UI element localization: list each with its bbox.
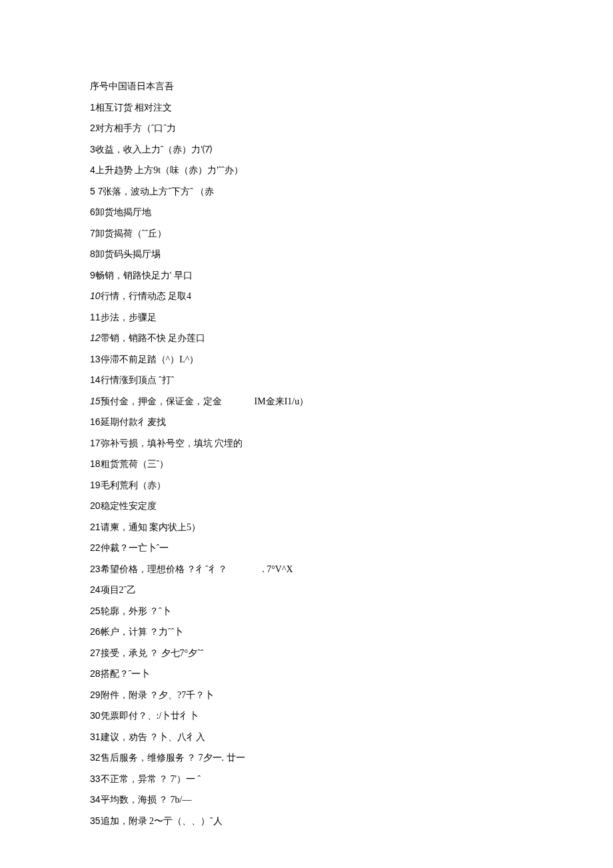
entry-text: 希望价格，理想价格 ？彳ˆ彳？ . 7°V^X (101, 564, 293, 574)
entry-line: 8卸货码头揭厅埸 (90, 244, 490, 265)
line-list: 1相互订货 相对注文2对方相手方（ˆ口ˆ力3收益，收入上力ˆ（赤）力'⑺4上升趋… (90, 97, 490, 832)
entry-text: 粗货荒荷（三ˆ） (101, 459, 169, 469)
entry-line: 1相互订货 相对注文 (90, 97, 490, 119)
entry-text: 行情，行情动态 足取4 (101, 291, 192, 301)
entry-line: 32售后服务，维修服务 ？ 7夕一. 廿一 (90, 747, 490, 769)
entry-text: 畅销，销路快足力' 早口 (95, 270, 193, 280)
entry-number: 23 (90, 564, 101, 574)
header-line: 序号中国语日本言吾 (90, 77, 490, 97)
entry-line: 3收益，收入上力ˆ（赤）力'⑺ (90, 139, 490, 161)
entry-text: 建议，劝告 ？卜、八彳入 (101, 732, 206, 742)
entry-line: 15预付金，押金，保证金，定金 IM金来I1/u） (90, 391, 490, 412)
entry-line: 24项目2ˆ乙 (90, 580, 490, 601)
entry-line: 21请柬，通知 案内状上5） (90, 517, 490, 538)
entry-number: 1 (90, 102, 95, 113)
entry-number: 19 (90, 480, 101, 490)
entry-text: 卸货揭荷（ˆˆ丘） (95, 228, 167, 238)
entry-number: 2 (90, 123, 95, 133)
entry-text: 凭票即付？、:/卜廿彳卜 (101, 711, 199, 721)
entry-text: 接受，承兑 ？ 夕七7°夕ˆˆ (101, 648, 204, 658)
entry-text: 行情涨到顶点 ˆ打ˆ (101, 375, 175, 385)
entry-text: 稳定性安定度 (101, 501, 157, 511)
entry-number: 28 (90, 668, 101, 679)
entry-line: 22仲裁？一亡卜ˆ一 (90, 538, 490, 559)
entry-text: 对方相手方（ˆ口ˆ力 (95, 123, 176, 133)
entry-text: 相互订货 相对注文 (95, 103, 173, 113)
entry-number: 25 (90, 606, 101, 616)
entry-number: 18 (90, 458, 101, 469)
entry-number: 33 (90, 773, 101, 784)
entry-text: 追加，附录 2〜亍（、、）ˆ人 (101, 816, 223, 826)
entry-number: 22 (90, 542, 101, 553)
entry-text: 弥补亏损，填补号空，填坑 穴埋的 (101, 438, 243, 448)
entry-line: 13停滞不前足踏（^）L^） (90, 349, 490, 370)
entry-text: 预付金，押金，保证金，定金 IM金来I1/u） (101, 396, 309, 406)
entry-number: 31 (90, 731, 101, 742)
entry-number: 13 (90, 354, 101, 364)
entry-number: 21 (90, 522, 101, 532)
entry-text: 附件，附录 ？夕、?7千？卜 (101, 690, 215, 700)
entry-line: 10行情，行情动态 足取4 (90, 286, 490, 307)
entry-text: 仲裁？一亡卜ˆ一 (101, 543, 169, 553)
entry-number: 12 (90, 332, 101, 343)
entry-line: 23希望价格，理想价格 ？彳ˆ彳？ . 7°V^X (90, 559, 490, 580)
entry-line: 6卸货地揭厅地 (90, 202, 490, 223)
entry-line: 7卸货揭荷（ˆˆ丘） (90, 223, 490, 244)
entry-text: 平均数，海损 ？ 7b/— (101, 795, 192, 805)
entry-number: 32 (90, 752, 101, 763)
entry-number: 17 (90, 438, 101, 448)
entry-number: 30 (90, 710, 101, 721)
entry-number: 16 (90, 416, 101, 427)
entry-number: 10 (90, 290, 101, 301)
entry-text: 停滞不前足踏（^）L^） (101, 354, 199, 364)
entry-line: 28搭配？ˆ一卜 (90, 663, 490, 685)
entry-number: 14 (90, 374, 101, 385)
entry-text: 项目2ˆ乙 (101, 585, 137, 595)
entry-line: 18粗货荒荷（三ˆ） (90, 454, 490, 475)
entry-line: 25轮廓，外形 ？ˆ卜 (90, 601, 490, 622)
entry-number: 3 (90, 144, 95, 155)
entry-line: 26帐户，计算 ？力ˆˆ卜 (90, 622, 490, 643)
entry-line: 35追加，附录 2〜亍（、、）ˆ人 (90, 811, 490, 832)
entry-number: 20 (90, 500, 101, 511)
entry-line: 34平均数，海损 ？ 7b/— (90, 789, 490, 811)
entry-text: 步法，步骤足 (101, 312, 157, 322)
entry-text: 毛利荒利（赤） (101, 480, 166, 490)
entry-number: 9 (90, 270, 95, 280)
entry-text: 售后服务，维修服务 ？ 7夕一. 廿一 (101, 753, 245, 763)
entry-line: 33不正常，异常 ？ 7'）一 ˆ (90, 769, 490, 790)
entry-line: 20稳定性安定度 (90, 496, 490, 517)
entry-number: 4 (90, 165, 95, 175)
document-page: 序号中国语日本言吾 1相互订货 相对注文2对方相手方（ˆ口ˆ力3收益，收入上力ˆ… (0, 0, 490, 831)
entry-text: 不正常，异常 ？ 7'）一 ˆ (101, 774, 201, 784)
entry-text: 卸货码头揭厅埸 (95, 249, 161, 259)
entry-text: 请柬，通知 案内状上5） (101, 522, 201, 532)
entry-text: 张落，波动上方ˆ下方ˆ （赤 (103, 187, 214, 197)
entry-text: 帐户，计算 ？力ˆˆ卜 (101, 627, 184, 637)
entry-number: 29 (90, 689, 101, 700)
entry-line: 16延期付款彳麦找 (90, 412, 490, 433)
entry-line: 9畅销，销路快足力' 早口 (90, 265, 490, 286)
entry-text: 搭配？ˆ一卜 (101, 669, 151, 679)
entry-line: 14行情涨到顶点 ˆ打ˆ (90, 370, 490, 391)
entry-text: 上升趋势 上方9t（味（赤）力'ˆˆ办） (95, 165, 243, 175)
entry-number: 27 (90, 648, 101, 658)
entry-number: 24 (90, 584, 101, 595)
entry-number: 7 (90, 228, 95, 238)
entry-line: 31建议，劝告 ？卜、八彳入 (90, 727, 490, 748)
entry-number: 15 (90, 396, 101, 406)
entry-number: 6 (90, 207, 95, 217)
entry-text: 延期付款彳麦找 (101, 417, 166, 427)
entry-text: 轮廓，外形 ？ˆ卜 (101, 606, 171, 616)
entry-line: 11步法，步骤足 (90, 307, 490, 328)
entry-line: 12带销，销路不快 足办莲口 (90, 328, 490, 349)
entry-number: 11 (90, 312, 101, 322)
entry-line: 17弥补亏损，填补号空，填坑 穴埋的 (90, 433, 490, 454)
entry-line: 2对方相手方（ˆ口ˆ力 (90, 118, 490, 139)
entry-line: 27接受，承兑 ？ 夕七7°夕ˆˆ (90, 643, 490, 664)
entry-number: 5 7 (90, 186, 103, 197)
entry-number: 26 (90, 626, 101, 637)
entry-line: 30凭票即付？、:/卜廿彳卜 (90, 705, 490, 727)
entry-text: 卸货地揭厅地 (95, 207, 151, 217)
entry-text: 收益，收入上力ˆ（赤）力'⑺ (95, 145, 212, 155)
